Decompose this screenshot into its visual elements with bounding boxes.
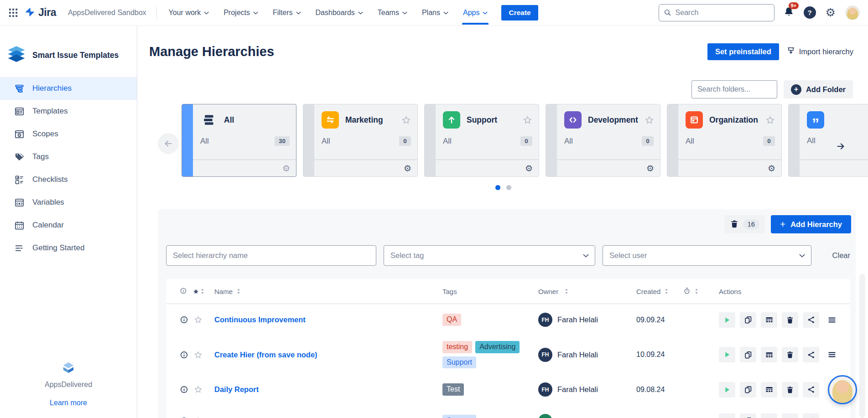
folder-settings-gear-icon[interactable]: ⚙: [646, 164, 654, 173]
search-input[interactable]: [659, 4, 774, 21]
carousel-dot-1[interactable]: [495, 185, 500, 190]
menu-plans[interactable]: Plans: [422, 9, 448, 17]
share-button[interactable]: [803, 413, 819, 418]
table-view-button[interactable]: [761, 347, 777, 362]
run-button[interactable]: [719, 382, 735, 397]
menu-projects[interactable]: Projects: [223, 9, 258, 17]
menu-filters[interactable]: Filters: [273, 9, 301, 17]
copy-button[interactable]: [740, 347, 756, 362]
run-button[interactable]: [719, 347, 735, 362]
hierarchy-name-link[interactable]: Create Hier (from save node): [214, 351, 317, 359]
run-button[interactable]: [719, 312, 735, 328]
sidebar-item-checklists[interactable]: Checklists: [0, 168, 137, 191]
clear-filters-button[interactable]: Clear: [832, 251, 850, 260]
sidebar-item-hierarchies[interactable]: Hierarchies: [0, 77, 137, 100]
sidebar-item-calendar[interactable]: Calendar: [0, 214, 137, 237]
carousel-prev-button[interactable]: [158, 133, 179, 154]
delete-button[interactable]: [782, 312, 798, 328]
search-folders-input[interactable]: [691, 80, 777, 98]
sidebar-item-templates[interactable]: Templates: [0, 100, 137, 123]
star-icon[interactable]: [194, 351, 203, 359]
share-button[interactable]: [803, 347, 819, 362]
learn-more-link[interactable]: Learn more: [50, 399, 87, 407]
add-folder-button[interactable]: + Add Folder: [784, 80, 853, 98]
sidebar-item-getting-started[interactable]: Getting Started: [0, 237, 137, 259]
star-icon[interactable]: [523, 115, 532, 125]
chevron-down-icon: [204, 11, 209, 15]
menu-dashboards[interactable]: Dashboards: [316, 9, 363, 17]
created-column-header[interactable]: Created: [636, 288, 683, 295]
table-view-button[interactable]: [761, 413, 777, 418]
delete-button[interactable]: [782, 347, 798, 362]
info-icon[interactable]: [180, 316, 188, 324]
bulk-delete-button[interactable]: 16: [724, 215, 765, 233]
favorite-sort-header[interactable]: [192, 288, 204, 295]
user-filter-select[interactable]: Select user: [603, 245, 811, 266]
jira-logo[interactable]: Jira: [24, 6, 56, 19]
run-button[interactable]: [719, 413, 735, 418]
name-column-header[interactable]: Name: [214, 288, 442, 295]
create-button[interactable]: Create: [501, 5, 538, 21]
user-avatar[interactable]: [845, 5, 860, 20]
menu-apps[interactable]: Apps: [463, 9, 488, 17]
folder-card-all[interactable]: All All 30 ⚙: [182, 104, 296, 177]
star-icon[interactable]: [645, 115, 654, 125]
import-hierarchy-button[interactable]: Import hierarchy: [786, 46, 853, 57]
hierarchy-name-link[interactable]: Continuous Improvement: [214, 315, 306, 324]
folder-card-support[interactable]: Support All 0 ⚙: [424, 104, 539, 177]
sidebar-item-variables[interactable]: Variables: [0, 191, 137, 214]
copy-button[interactable]: [740, 312, 756, 328]
star-icon[interactable]: [765, 115, 775, 125]
carousel-next-button[interactable]: [830, 136, 851, 157]
more-menu-button[interactable]: [824, 347, 840, 362]
copy-button[interactable]: [740, 382, 756, 397]
hierarchy-icon: [14, 83, 25, 94]
menu-teams[interactable]: Teams: [378, 9, 407, 17]
table-view-button[interactable]: [761, 312, 777, 328]
notifications-button[interactable]: 9+: [784, 6, 794, 19]
star-icon[interactable]: [401, 115, 411, 125]
more-menu-button[interactable]: [824, 413, 840, 418]
app-switcher-icon[interactable]: [6, 6, 20, 20]
folder-settings-gear-icon[interactable]: ⚙: [282, 164, 290, 173]
code-icon: [564, 111, 582, 129]
folder-card-partial[interactable]: ” All: [788, 104, 868, 177]
folder-settings-gear-icon[interactable]: ⚙: [404, 164, 411, 173]
folder-subtitle: All: [807, 136, 816, 145]
info-icon[interactable]: [180, 386, 188, 393]
star-icon[interactable]: [194, 315, 203, 324]
add-hierarchy-button[interactable]: + Add Hierarchy: [771, 215, 851, 233]
sidebar-item-scopes[interactable]: Scopes: [0, 123, 137, 145]
support-chat-avatar[interactable]: [828, 375, 857, 404]
folder-card-development[interactable]: Development All 0 ⚙: [546, 104, 660, 177]
info-icon[interactable]: [180, 351, 188, 359]
more-menu-button[interactable]: [824, 312, 840, 328]
stack-icon: [200, 111, 218, 129]
table-view-button[interactable]: [761, 382, 777, 397]
vertical-scrollbar[interactable]: [859, 274, 865, 418]
sort-icon: [201, 289, 204, 294]
settings-gear-icon[interactable]: ⚙: [826, 7, 836, 18]
share-button[interactable]: [803, 382, 819, 397]
folder-settings-gear-icon[interactable]: ⚙: [768, 164, 775, 173]
help-button[interactable]: ?: [804, 6, 816, 19]
hierarchy-name-filter-input[interactable]: [166, 245, 376, 266]
hierarchy-name-link[interactable]: Daily Report: [214, 385, 259, 394]
folder-card-marketing[interactable]: Marketing All 0 ⚙: [303, 104, 418, 177]
carousel-dot-2[interactable]: [506, 185, 511, 190]
delete-button[interactable]: [782, 413, 798, 418]
owner-column-header[interactable]: Owner: [538, 288, 636, 295]
tag-filter-select[interactable]: Select tag: [384, 245, 595, 266]
delete-button[interactable]: [782, 382, 798, 397]
share-button[interactable]: [803, 312, 819, 328]
tag-chip: Test: [442, 383, 464, 395]
star-icon[interactable]: [194, 385, 203, 394]
updated-column-header[interactable]: [683, 287, 719, 296]
folder-settings-gear-icon[interactable]: ⚙: [525, 164, 533, 173]
copy-button[interactable]: [740, 413, 756, 418]
folder-card-organization[interactable]: Organization All 0 ⚙: [667, 104, 782, 177]
menu-your-work[interactable]: Your work: [169, 9, 209, 17]
sidebar-item-label: Checklists: [32, 175, 68, 184]
set-preinstalled-button[interactable]: Set preinstalled: [707, 43, 779, 60]
sidebar-item-tags[interactable]: Tags: [0, 145, 137, 168]
